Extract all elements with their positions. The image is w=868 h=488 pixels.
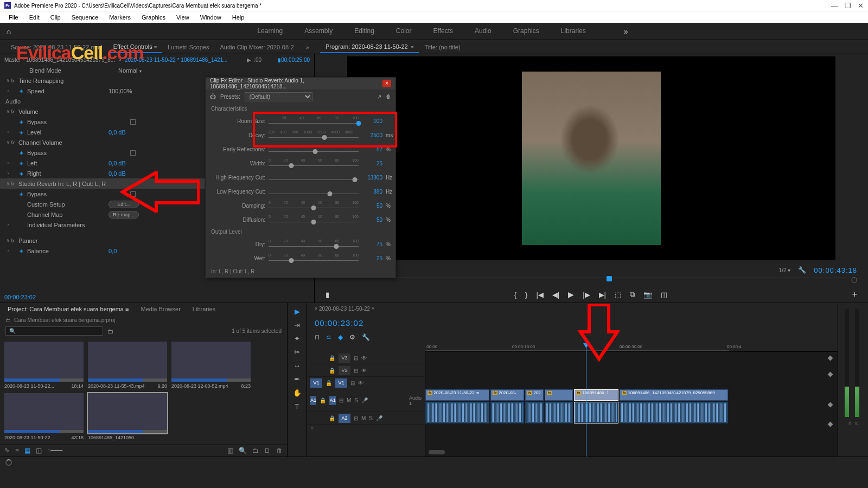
tab-libraries[interactable]: Libraries xyxy=(189,304,219,314)
hand-tool-icon[interactable]: ✋ xyxy=(293,389,302,397)
edit-button[interactable]: Edit... xyxy=(108,201,139,208)
lock-icon[interactable]: 🔒 xyxy=(329,355,335,361)
marker-diamond[interactable] xyxy=(828,402,833,408)
video-clip[interactable]: fx xyxy=(545,389,573,401)
close-button[interactable]: ✕ xyxy=(858,2,864,10)
slider-knob[interactable] xyxy=(322,135,327,140)
slider-knob[interactable] xyxy=(311,220,316,224)
workspace-effects[interactable]: Effects xyxy=(433,25,453,38)
maximize-button[interactable]: ❐ xyxy=(845,2,851,10)
slider-value[interactable]: 50 xyxy=(362,217,382,223)
timeline-playhead[interactable] xyxy=(586,343,586,457)
marker-icon[interactable]: ◆ xyxy=(338,333,343,341)
freeform-icon[interactable]: ✎ xyxy=(4,447,10,454)
timeline-timecode[interactable]: 00:00:23:02 xyxy=(315,318,363,328)
minimize-button[interactable]: — xyxy=(831,2,838,10)
power-icon[interactable]: ⏻ xyxy=(210,93,216,100)
search-input[interactable] xyxy=(5,326,103,336)
effect-volume[interactable]: Volume xyxy=(18,108,100,115)
play-icon[interactable]: ▶ xyxy=(568,290,574,299)
audio-clip[interactable] xyxy=(525,402,544,423)
slider-track[interactable]: 020406080100 xyxy=(269,239,359,249)
preset-save-icon[interactable]: ↗ xyxy=(377,94,381,100)
tab-source[interactable]: Source: 2020-08-23 11-50-22.mp4 xyxy=(5,42,108,53)
type-tool-icon[interactable]: T xyxy=(295,402,299,410)
thumbnail[interactable] xyxy=(4,393,84,433)
left-value[interactable]: 0,0 dB xyxy=(108,160,126,166)
workspace-assembly[interactable]: Assembly xyxy=(304,25,333,38)
slider-value[interactable]: 13800 xyxy=(362,175,382,181)
video-clip[interactable]: fx2020-08-23 11-50-22.m xyxy=(425,389,489,401)
go-in-icon[interactable]: |◀ xyxy=(536,291,543,299)
project-item[interactable]: 2020-08-23 11-55-43.mp49:20 xyxy=(88,342,167,389)
playhead-icon[interactable] xyxy=(607,276,612,281)
marker-diamond[interactable] xyxy=(828,422,833,427)
ec-clip-label[interactable]: 2020-08-23 11-50-22 * 106891486_1421... xyxy=(125,57,228,63)
slider-value[interactable]: 52 xyxy=(362,146,382,152)
step-forward-icon[interactable]: |▶ xyxy=(583,291,590,299)
thumbnail[interactable] xyxy=(88,393,167,433)
audio-clip[interactable] xyxy=(425,402,489,423)
zoom-slider[interactable]: ○━━━ xyxy=(47,447,62,454)
balance-value[interactable]: 0,0 xyxy=(108,248,117,254)
slider-knob[interactable] xyxy=(289,258,293,263)
audio-clip[interactable] xyxy=(574,402,618,423)
icon-view-icon[interactable]: ▦ xyxy=(24,447,30,454)
slider-knob[interactable] xyxy=(289,163,293,168)
keyframe-icon[interactable]: ◈ xyxy=(20,88,27,94)
trash-icon[interactable]: 🗑 xyxy=(276,447,283,454)
video-clip[interactable]: fx106891486_1421050451421879_829099869 xyxy=(620,389,728,401)
slider-track[interactable]: 20406080100 xyxy=(269,116,359,126)
slip-tool-icon[interactable]: ↔ xyxy=(293,362,301,370)
track-select-icon[interactable]: ⇥ xyxy=(294,321,300,329)
solo-icon[interactable]: S xyxy=(354,397,358,403)
slider-track[interactable]: 020406080100 xyxy=(269,158,359,168)
target-v1[interactable]: V1 xyxy=(335,378,347,388)
automate-icon[interactable]: ▥ xyxy=(227,447,233,454)
close-icon[interactable]: × xyxy=(382,80,391,87)
blend-mode-dropdown[interactable]: Normal ▾ xyxy=(118,67,142,74)
menu-sequence[interactable]: Sequence xyxy=(66,12,104,22)
audio-clip[interactable] xyxy=(620,402,728,423)
tab-effect-controls[interactable]: Effect Controls≡ xyxy=(108,41,162,53)
target-a1[interactable]: A1 xyxy=(329,396,335,405)
slider-track[interactable] xyxy=(269,172,359,182)
workspace-overflow-icon[interactable]: » xyxy=(624,25,628,38)
time-ruler[interactable]: :00:00 00:00:15:00 00:00:30:00 00:00:4 xyxy=(425,343,838,352)
menu-window[interactable]: Window xyxy=(195,12,227,22)
slider-track[interactable]: 020406080100 xyxy=(269,253,359,263)
comparison-icon[interactable]: ◫ xyxy=(661,291,667,299)
bypass-checkbox[interactable] xyxy=(130,119,136,125)
voice-icon[interactable]: 🎤 xyxy=(361,397,368,403)
settings-icon[interactable]: ⚙ xyxy=(349,333,355,341)
program-viewport[interactable] xyxy=(347,56,835,260)
marker-diamond[interactable] xyxy=(828,372,833,377)
tab-media-browser[interactable]: Media Browser xyxy=(137,304,183,314)
menu-markers[interactable]: Markers xyxy=(104,12,136,22)
razor-tool-icon[interactable]: ✂ xyxy=(294,348,300,356)
pen-tool-icon[interactable]: ✒ xyxy=(294,375,300,383)
slider-knob[interactable] xyxy=(353,177,358,182)
bypass-checkbox[interactable] xyxy=(130,191,136,197)
bypass-checkbox[interactable] xyxy=(130,150,136,156)
thumbnail[interactable] xyxy=(4,342,84,382)
ripple-edit-icon[interactable]: ✦ xyxy=(294,335,300,343)
workspace-color[interactable]: Color xyxy=(396,25,412,38)
level-value[interactable]: 0,0 dB xyxy=(108,129,126,136)
mark-out-icon[interactable]: } xyxy=(525,291,527,299)
new-item-icon[interactable]: 🗋 xyxy=(264,447,271,454)
presets-dropdown[interactable]: (Default) xyxy=(245,92,312,101)
eye-icon[interactable]: 👁 xyxy=(361,355,367,361)
slider-track[interactable]: 020406080100 xyxy=(269,144,359,154)
audio-clip[interactable] xyxy=(490,402,524,423)
marker-diamond[interactable] xyxy=(828,356,833,361)
ec-timecode[interactable]: 00:00:23:02 xyxy=(0,292,314,303)
effect-time-remapping[interactable]: Time Remapping xyxy=(18,78,100,84)
menu-graphics[interactable]: Graphics xyxy=(136,12,171,22)
audio-clip[interactable] xyxy=(545,402,573,423)
slider-value[interactable]: 100 xyxy=(362,118,382,124)
horizontal-scrollbar[interactable] xyxy=(429,450,834,454)
workspace-audio[interactable]: Audio xyxy=(475,25,492,38)
home-icon[interactable]: ⌂ xyxy=(0,27,17,36)
speed-value[interactable]: 100,00% xyxy=(108,88,132,94)
